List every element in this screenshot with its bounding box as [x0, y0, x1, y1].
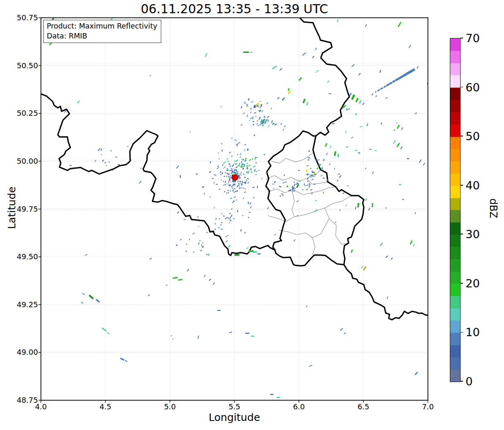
- echo-mark: [338, 173, 340, 174]
- echo-mark: [363, 266, 366, 270]
- echo-mark: [102, 327, 107, 332]
- echo-mark: [365, 168, 366, 170]
- colorbar-tick: [461, 185, 463, 186]
- colorbar-band: [450, 149, 460, 161]
- echo-mark: [202, 242, 203, 244]
- echo-mark: [140, 167, 141, 169]
- echo-mark: [252, 158, 253, 160]
- echo-mark: [223, 181, 224, 182]
- echo-mark: [226, 176, 227, 177]
- echo-mark: [199, 240, 201, 241]
- echo-mark: [210, 196, 211, 198]
- echo-mark: [244, 101, 245, 104]
- echo-mark: [337, 180, 339, 182]
- echo-mark: [200, 250, 202, 251]
- echo-mark: [332, 123, 334, 124]
- echo-mark: [238, 182, 240, 184]
- echo-mark: [230, 216, 231, 218]
- echo-mark: [115, 157, 117, 158]
- echo-mark: [239, 186, 240, 188]
- echo-mark: [172, 277, 177, 279]
- echo-mark: [171, 335, 172, 337]
- echo-mark: [213, 282, 215, 285]
- echo-mark: [241, 158, 243, 160]
- colorbar-band: [450, 63, 460, 75]
- echo-mark: [244, 149, 246, 151]
- echo-mark: [380, 122, 382, 124]
- echo-mark: [371, 93, 373, 96]
- colorbar-tick-label: 20: [466, 278, 480, 289]
- echo-mark: [407, 158, 409, 159]
- echo-mark: [236, 166, 238, 168]
- echo-streak-segment: [389, 82, 393, 85]
- echo-mark: [257, 120, 258, 121]
- echo-mark: [293, 190, 295, 192]
- echo-mark: [255, 157, 258, 158]
- echo-mark: [229, 175, 231, 177]
- echo-mark: [231, 168, 232, 170]
- echo-streak-segment: [375, 91, 376, 93]
- echo-mark: [345, 131, 346, 133]
- colorbar-tick: [461, 332, 463, 333]
- colorbar-tick: [461, 283, 463, 284]
- echo-mark: [393, 140, 396, 144]
- echo-mark: [202, 186, 204, 188]
- echo-mark: [247, 167, 248, 170]
- echo-mark: [234, 254, 239, 256]
- echo-mark: [360, 126, 362, 128]
- echo-mark: [236, 200, 237, 201]
- echo-mark: [231, 208, 232, 210]
- y-tick-label: 49.00: [7, 348, 38, 356]
- colorbar-band: [450, 112, 460, 124]
- echo-mark: [176, 165, 179, 169]
- echo-mark: [233, 184, 235, 184]
- echo-mark: [308, 186, 310, 188]
- echo-mark: [246, 105, 248, 107]
- echo-mark: [196, 173, 198, 175]
- echo-mark: [237, 210, 239, 213]
- echo-mark: [282, 97, 285, 100]
- echo-mark: [215, 174, 216, 176]
- echo-mark: [387, 296, 388, 299]
- echo-mark: [124, 360, 127, 362]
- echo-mark: [249, 120, 250, 121]
- echo-mark: [228, 182, 229, 183]
- colorbar-band: [450, 75, 460, 88]
- echo-mark: [228, 192, 229, 194]
- echo-mark: [102, 160, 104, 162]
- colorbar-tick: [461, 38, 463, 38]
- echo-mark: [323, 191, 324, 194]
- echo-mark: [303, 184, 305, 186]
- echo-mark: [217, 310, 221, 311]
- echo-mark: [220, 171, 222, 173]
- echo-mark: [329, 93, 331, 94]
- echo-mark: [310, 168, 311, 170]
- colorbar-band: [450, 124, 460, 137]
- echo-mark: [227, 160, 229, 162]
- echo-mark: [365, 198, 367, 201]
- echo-mark: [255, 174, 257, 175]
- echo-mark: [330, 146, 332, 148]
- echo-mark: [399, 184, 401, 185]
- echo-mark: [241, 124, 243, 126]
- echo-mark: [385, 208, 387, 208]
- echo-mark: [189, 239, 190, 240]
- echo-mark: [272, 65, 277, 69]
- echo-mark: [212, 178, 213, 179]
- echo-mark: [375, 150, 377, 151]
- echo-mark: [237, 185, 238, 186]
- echo-mark: [231, 155, 232, 157]
- echo-mark: [379, 69, 381, 73]
- echo-mark: [236, 186, 238, 187]
- echo-mark: [294, 188, 296, 189]
- echo-mark: [257, 253, 260, 255]
- echo-mark: [334, 168, 335, 170]
- y-tick-label: 49.25: [7, 300, 38, 309]
- echo-mark: [250, 112, 252, 113]
- echo-mark: [308, 157, 311, 158]
- echo-mark: [327, 81, 329, 83]
- echo-mark: [337, 19, 338, 22]
- echo-mark: [105, 162, 106, 163]
- echo-mark: [231, 186, 232, 187]
- dbz-colorbar: [450, 38, 461, 382]
